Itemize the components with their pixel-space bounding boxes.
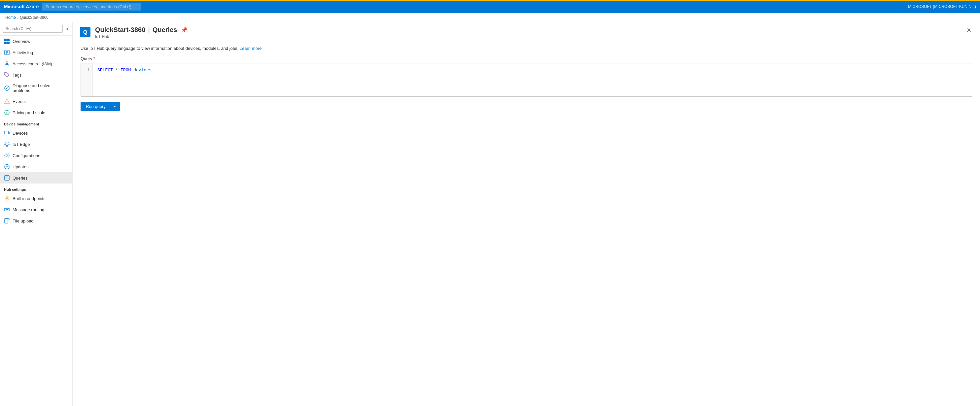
sidebar-item-pricing[interactable]: $ Pricing and scale [0,107,72,118]
svg-rect-0 [4,39,6,41]
sidebar-item-built-in-endpoints[interactable]: Built-in endpoints [0,193,72,204]
sidebar-item-updates-label: Updates [13,164,29,169]
devices-icon [4,130,10,136]
sidebar-item-devices[interactable]: Devices [0,127,72,139]
iot-edge-icon [4,141,10,147]
svg-point-8 [6,62,8,64]
svg-point-20 [5,142,9,147]
svg-text:$: $ [6,111,8,114]
sidebar-item-diagnose-label: Diagnose and solve problems [13,83,68,93]
queries-icon [4,175,10,181]
run-query-dropdown[interactable] [111,105,120,109]
pin-button[interactable]: 📌 [180,26,189,34]
sidebar-item-queries[interactable]: Queries [0,172,72,184]
brand-logo: Microsoft Azure [4,4,39,9]
page-header: Q QuickStart-3860 | Queries 📌 ··· IoT Hu… [73,22,980,39]
sidebar-item-overview[interactable]: Overview [0,36,72,47]
sidebar-item-access-control-label: Access control (IAM) [13,62,52,67]
run-query-button[interactable]: Run query [81,102,120,111]
sidebar-item-events-label: Events [13,99,26,104]
svg-rect-2 [4,41,6,44]
page-subtitle: IoT Hub [95,34,199,39]
svg-point-13 [6,103,7,103]
top-bar-left: Microsoft Azure [4,3,908,11]
message-routing-icon [4,207,10,213]
close-panel-button[interactable]: ✕ [964,26,974,35]
page-header-title-block: QuickStart-3860 | Queries 📌 ··· IoT Hub [95,26,199,39]
iam-icon [4,61,10,67]
content-area: Use IoT Hub query language to view infor… [73,39,980,406]
activity-log-icon [4,49,10,56]
svg-text:Q: Q [83,29,87,35]
code-editor[interactable]: SELECT * FROM devices [93,63,972,97]
query-label: Query * [81,56,972,61]
main-layout: ‹‹ Overview Activity log [0,22,980,406]
sidebar-item-configurations-label: Configurations [13,153,40,158]
query-editor: 1 SELECT * FROM devices [81,63,972,97]
sidebar-item-iot-edge[interactable]: IoT Edge [0,139,72,150]
tags-icon [4,72,10,78]
sidebar-item-activity-log-label: Activity log [13,50,33,55]
run-query-label: Run query [86,104,106,109]
breadcrumb-home[interactable]: Home [5,15,16,20]
events-icon [4,98,10,104]
sidebar-item-built-in-endpoints-label: Built-in endpoints [13,196,46,201]
svg-rect-1 [7,39,10,41]
sidebar-item-devices-label: Devices [13,131,28,136]
configurations-icon [4,152,10,159]
line-numbers: 1 [81,63,93,97]
file-upload-icon [4,218,10,224]
editor-minimize-icon[interactable]: — [965,65,969,70]
device-management-header: Device management [0,118,72,127]
svg-rect-18 [9,132,10,134]
svg-rect-30 [8,219,9,220]
sidebar-item-tags-label: Tags [13,73,21,78]
user-info: MICROSOFT (MICROSOFT-KUNIN...) [908,4,976,9]
sidebar-item-updates[interactable]: Updates [0,161,72,172]
sidebar-item-events[interactable]: Events [0,96,72,107]
sidebar-item-message-routing-label: Message routing [13,207,44,212]
global-search-input[interactable] [42,3,141,11]
sidebar-item-diagnose[interactable]: Diagnose and solve problems [0,81,72,96]
sidebar-item-iot-edge-label: IoT Edge [13,142,30,147]
sidebar-item-access-control[interactable]: Access control (IAM) [0,58,72,69]
sidebar-item-activity-log[interactable]: Activity log [0,47,72,58]
sidebar-item-queries-label: Queries [13,176,28,181]
breadcrumb: Home › QuickStart-3860 [0,13,980,22]
svg-rect-16 [4,131,8,134]
svg-point-27 [6,197,8,199]
learn-more-link[interactable]: Learn more [240,46,261,51]
wildcard: * [113,68,121,73]
updates-icon [4,164,10,170]
top-bar: Microsoft Azure MICROSOFT (MICROSOFT-KUN… [0,0,980,13]
svg-rect-29 [5,219,8,223]
required-indicator: * [94,56,95,61]
top-bar-accent [0,0,980,1]
built-in-endpoints-icon [4,195,10,201]
diagnose-icon [4,85,10,91]
overview-icon [4,38,10,44]
hub-settings-header: Hub settings [0,184,72,193]
sidebar: ‹‹ Overview Activity log [0,22,73,406]
line-number-1: 1 [84,67,90,74]
breadcrumb-sep-1: › [17,15,19,20]
svg-rect-3 [7,41,10,44]
sidebar-item-overview-label: Overview [13,39,30,44]
svg-point-19 [6,143,8,146]
query-editor-wrapper: 1 SELECT * FROM devices — [81,63,972,97]
sidebar-search-row: ‹‹ [0,22,72,36]
svg-point-21 [6,155,8,157]
info-text: Use IoT Hub query language to view infor… [81,46,972,51]
more-options-button[interactable]: ··· [191,26,199,34]
sidebar-item-tags[interactable]: Tags [0,69,72,81]
keyword-select: SELECT [97,68,113,73]
sidebar-item-file-upload[interactable]: File upload [0,215,72,227]
sidebar-item-message-routing[interactable]: Message routing [0,204,72,215]
page-resource-icon: Q [79,26,91,38]
sidebar-item-configurations[interactable]: Configurations [0,150,72,161]
sidebar-collapse-button[interactable]: ‹‹ [64,25,70,33]
page-title: QuickStart-3860 | Queries 📌 ··· [95,26,199,34]
page-header-left: Q QuickStart-3860 | Queries 📌 ··· IoT Hu… [79,26,199,39]
sidebar-search-input[interactable] [3,25,63,33]
table-name: devices [131,68,151,73]
